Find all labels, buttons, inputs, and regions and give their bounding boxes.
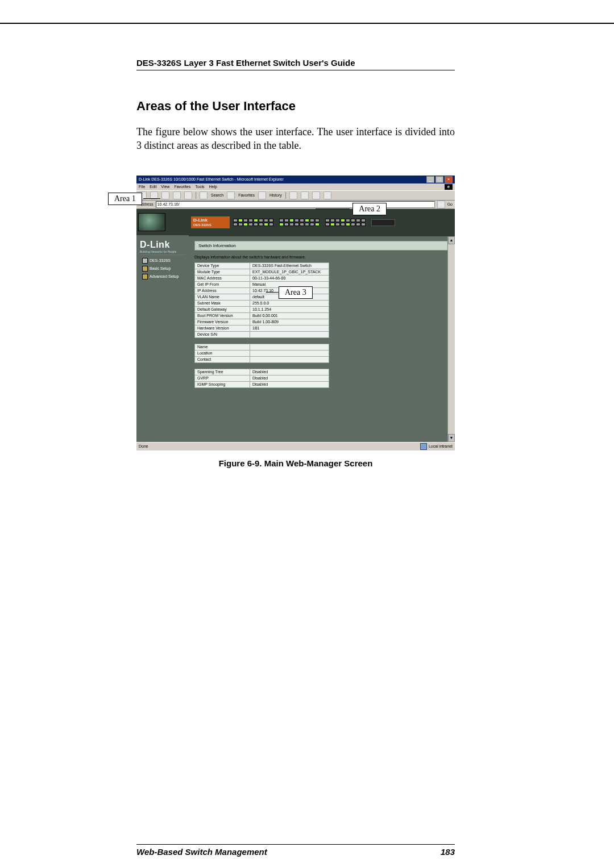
edit-icon[interactable] xyxy=(312,191,320,199)
address-bar: Address 10.42.73.10/ Go xyxy=(136,201,455,209)
table-row: Subnet Mask255.0.0.0 xyxy=(195,300,329,306)
menu-favorites[interactable]: Favorites xyxy=(174,183,190,190)
sidebar-brand: D-Link xyxy=(140,240,185,250)
document-page: DES-3326S Layer 3 Fast Ethernet Switch U… xyxy=(0,23,614,868)
toolbar-search-label[interactable]: Search xyxy=(211,193,223,197)
table-row: GVRPDisabled xyxy=(195,375,329,381)
row-value: 00-11-33-44-66-00 xyxy=(250,275,329,281)
go-label[interactable]: Go xyxy=(447,202,453,206)
browser-window: D-Link DES-3326S 10/100/1000 Fast Ethern… xyxy=(136,176,455,450)
row-value: EXT_MODULE_1P_GBIC_1P_STACK xyxy=(250,269,329,275)
info-block-b: NameLocationContact xyxy=(194,344,449,363)
sidebar-tagline: Building Networks for People xyxy=(140,250,185,255)
status-right: Local intranet xyxy=(429,444,453,448)
print-icon[interactable] xyxy=(301,191,309,199)
callout-lead xyxy=(266,292,279,293)
mail-icon[interactable] xyxy=(289,191,297,199)
menu-tools[interactable]: Tools xyxy=(195,183,204,190)
table-row: Contact xyxy=(195,356,329,362)
row-value: 1B1 xyxy=(250,325,329,331)
table-row: MAC Address00-11-33-44-66-00 xyxy=(195,275,329,281)
zone-icon xyxy=(420,443,427,450)
menu-edit[interactable]: Edit xyxy=(150,183,156,190)
row-value: Disabled xyxy=(250,369,329,375)
go-icon[interactable] xyxy=(437,201,445,208)
device-port-panel xyxy=(233,219,453,226)
row-key: Subnet Mask xyxy=(195,300,250,306)
device-brand: D-Link xyxy=(193,218,227,223)
row-key: Spanning Tree xyxy=(195,369,250,375)
row-key: Hardware Version xyxy=(195,325,250,331)
row-value xyxy=(250,331,329,337)
module-port xyxy=(371,219,395,226)
scroll-down-icon[interactable]: ▼ xyxy=(448,434,455,442)
row-value xyxy=(250,344,329,350)
section-heading: Areas of the User Interface xyxy=(136,99,455,114)
maximize-button[interactable]: ▢ xyxy=(435,176,443,183)
row-value: DES-3326S Fast-Ethernet Switch xyxy=(250,262,329,269)
row-value: Disabled xyxy=(250,375,329,381)
row-key: MAC Address xyxy=(195,275,250,281)
menu-file[interactable]: File xyxy=(139,183,145,190)
panel-title: Switch Information xyxy=(194,241,449,251)
minimize-button[interactable]: _ xyxy=(426,176,434,183)
device-model-label: DES-3326S xyxy=(193,223,227,227)
callout-lead xyxy=(143,198,160,199)
search-icon[interactable] xyxy=(200,191,208,199)
ie-logo-icon: e xyxy=(445,184,453,190)
folder-icon xyxy=(142,266,148,272)
sidebar-item-label: Advanced Setup xyxy=(150,274,179,278)
table-row: Module TypeEXT_MODULE_1P_GBIC_1P_STACK xyxy=(195,269,329,275)
menu-view[interactable]: View xyxy=(161,183,169,190)
port-bank-2 xyxy=(279,219,320,226)
window-title: D-Link DES-3326S 10/100/1000 Fast Ethern… xyxy=(139,176,284,183)
device-icon xyxy=(142,258,148,264)
sidebar-item-model[interactable]: DES-3326S xyxy=(140,257,185,265)
discuss-icon[interactable] xyxy=(323,191,331,199)
row-key: Name xyxy=(195,344,250,350)
callout-area1: Area 1 xyxy=(108,193,142,205)
close-button[interactable]: × xyxy=(445,176,453,183)
figure-wrap: Area 1 Area 2 Area 3 D-Link DES-3326S 10… xyxy=(136,176,455,450)
table-row: Device S/N xyxy=(195,331,329,337)
globe-graphic xyxy=(138,213,165,231)
row-value xyxy=(250,350,329,356)
table-row: Firmware VersionBuild 1.00-B09 xyxy=(195,319,329,325)
sidebar-item-advanced[interactable]: Advanced Setup xyxy=(140,273,185,281)
scroll-up-icon[interactable]: ▲ xyxy=(448,236,455,244)
table-row: Device TypeDES-3326S Fast-Ethernet Switc… xyxy=(195,262,329,269)
row-key: IGMP Snooping xyxy=(195,381,250,387)
address-input[interactable]: 10.42.73.10/ xyxy=(156,201,435,208)
home-icon[interactable] xyxy=(184,191,192,199)
page-footer: Web-Based Switch Management 183 xyxy=(136,844,455,857)
favorites-icon[interactable] xyxy=(227,191,235,199)
info-block-a: Device TypeDES-3326S Fast-Ethernet Switc… xyxy=(194,262,449,338)
port-bank-1 xyxy=(233,219,273,226)
toolbar: Search Favorites History xyxy=(136,190,455,201)
page-header: DES-3326S Layer 3 Fast Ethernet Switch U… xyxy=(136,58,455,70)
table-row: Boot PROM VersionBuild 0.00.001 xyxy=(195,312,329,319)
row-key: Firmware Version xyxy=(195,319,250,325)
stop-icon[interactable] xyxy=(161,191,169,199)
refresh-icon[interactable] xyxy=(173,191,181,199)
footer-left: Web-Based Switch Management xyxy=(136,847,267,857)
row-key: IP Address xyxy=(195,287,250,294)
table-row: Spanning TreeDisabled xyxy=(195,369,329,375)
toolbar-history-label[interactable]: History xyxy=(269,193,282,197)
sidebar-item-basic[interactable]: Basic Setup xyxy=(140,265,185,273)
folder-icon xyxy=(142,274,148,279)
toolbar-favorites-label[interactable]: Favorites xyxy=(238,193,255,197)
row-key: Device Type xyxy=(195,262,250,269)
row-value: Build 0.00.001 xyxy=(250,312,329,319)
device-brand-block: D-Link DES-3326S xyxy=(191,216,230,228)
info-block-c: Spanning TreeDisabledGVRPDisabledIGMP Sn… xyxy=(194,369,449,388)
table-row: Hardware Version1B1 xyxy=(195,325,329,331)
toolbar-separator xyxy=(285,192,286,199)
sidebar-item-label: DES-3326S xyxy=(150,258,171,262)
history-icon[interactable] xyxy=(258,191,266,199)
table-row: Location xyxy=(195,350,329,356)
menu-help[interactable]: Help xyxy=(209,183,217,190)
row-value: 255.0.0.0 xyxy=(250,300,329,306)
status-bar: Done Local intranet xyxy=(136,442,455,450)
scrollbar[interactable]: ▲ ▼ xyxy=(447,236,455,442)
